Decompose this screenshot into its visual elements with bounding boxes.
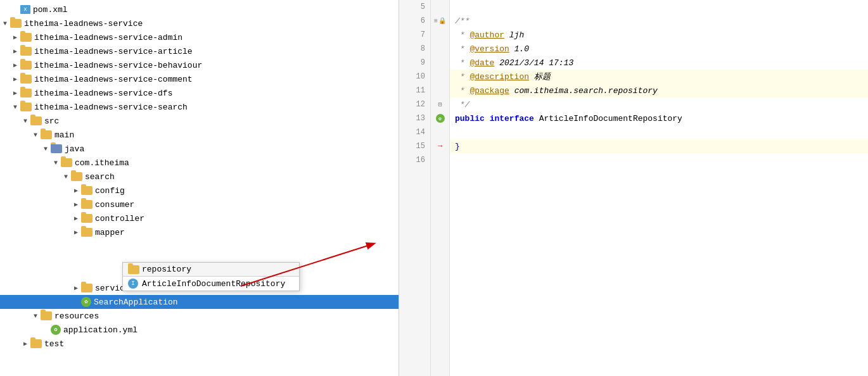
folder-icon <box>81 284 93 292</box>
code-line-14 <box>450 125 868 139</box>
folder-open-icon <box>20 103 32 111</box>
sidebar-item-label: itheima-leadnews-service-article <box>34 47 193 56</box>
folder-icon <box>81 200 93 209</box>
comment-prefix: * <box>455 44 469 54</box>
sidebar-item-main[interactable]: ▼ main <box>0 128 399 142</box>
gutter-6: ≡ 🔒 <box>431 14 449 28</box>
line-num-5: 5 <box>399 0 430 14</box>
sidebar-item-service-behaviour[interactable]: ▶ itheima-leadnews-service-behaviour <box>0 58 399 72</box>
sidebar-item-label: itheima-leadnews-service-comment <box>34 75 193 84</box>
sidebar-item-test[interactable]: ▶ test <box>0 337 399 351</box>
interface-keyword: interface <box>490 114 534 123</box>
sidebar-item-service-admin[interactable]: ▶ itheima-leadnews-service-admin <box>0 30 399 44</box>
sidebar-item-service-comment[interactable]: ▶ itheima-leadnews-service-comment <box>0 72 399 86</box>
folder-open-icon <box>30 116 42 125</box>
lock-icon: 🔒 <box>438 17 446 25</box>
gutter-7 <box>431 28 449 42</box>
gutter-5 <box>431 0 449 14</box>
sidebar-item-search-package[interactable]: ▼ search <box>0 170 399 184</box>
popup-header: repository <box>123 263 299 277</box>
package-tag: @package <box>469 86 509 96</box>
collapse-arrow-icon: ▼ <box>10 104 20 111</box>
expand-arrow-icon: ▶ <box>71 215 81 222</box>
author-tag: @author <box>469 30 504 40</box>
sidebar-item-label: test <box>44 339 64 349</box>
spring-boot-icon: ✿ <box>81 297 91 307</box>
popup-header-label: repository <box>142 265 191 274</box>
class-name: ArticleInfoDocumentRepository <box>539 114 682 123</box>
collapse-arrow-icon: ▼ <box>30 313 41 320</box>
sidebar-item-resources[interactable]: ▼ resources <box>0 309 399 323</box>
sidebar-item-service-dfs[interactable]: ▶ itheima-leadnews-service-dfs <box>0 86 399 100</box>
sidebar-item-leadnews-service[interactable]: ▼ itheima-leadnews-service <box>0 16 399 30</box>
sidebar-item-service-article[interactable]: ▶ itheima-leadnews-service-article <box>0 44 399 58</box>
spring-run-icon: ✿ <box>436 114 445 123</box>
sidebar-item-label: com.itheima <box>75 158 129 168</box>
sidebar-item-java[interactable]: ▼ java <box>0 142 399 156</box>
bookmark-icon: ≡ <box>434 18 438 25</box>
line-num-9: 9 <box>399 56 430 70</box>
code-line-11: * @package com.itheima.search.repository <box>450 84 868 97</box>
public-keyword: public <box>455 114 485 123</box>
expand-arrow-icon: ▶ <box>10 75 20 83</box>
code-line-6: /** <box>450 14 868 28</box>
sidebar-item-label: main <box>54 130 74 140</box>
expand-arrow-icon: ▶ <box>71 187 81 194</box>
gutter-15: → <box>431 139 449 153</box>
popup-item-label: ArticleInfoDocumentRepository <box>142 279 285 289</box>
sidebar-item-config[interactable]: ▶ config <box>0 184 399 197</box>
java-source-folder-icon <box>51 144 62 153</box>
line-num-13: 13 <box>399 111 430 125</box>
sidebar-item-com-itheima[interactable]: ▼ com.itheima <box>0 156 399 170</box>
expand-arrow-icon: ▶ <box>71 229 81 236</box>
expand-arrow-icon: ▶ <box>20 340 30 348</box>
line-num-10: 10 <box>399 70 430 84</box>
version-tag: @version <box>469 44 509 54</box>
code-line-15: } <box>450 139 868 153</box>
sidebar-item-label: controller <box>95 214 144 223</box>
sidebar-item-label: itheima-leadnews-service-dfs <box>34 89 172 98</box>
line-num-12: 12 <box>399 97 430 111</box>
sidebar-item-pom-xml[interactable]: x pom.xml <box>0 3 399 16</box>
sidebar-item-service-search[interactable]: ▼ itheima-leadnews-service-search <box>0 100 399 114</box>
sidebar-item-application-yml[interactable]: ✿ application.yml <box>0 323 399 337</box>
sidebar-item-consumer[interactable]: ▶ consumer <box>0 197 399 211</box>
sidebar-item-label: itheima-leadnews-service <box>24 19 143 28</box>
code-line-16 <box>450 153 868 167</box>
collapse-arrow-icon: ▼ <box>61 173 71 180</box>
date-tag: @date <box>469 58 494 68</box>
sidebar-item-src[interactable]: ▼ src <box>0 114 399 128</box>
folder-icon <box>20 89 32 97</box>
code-content: /** * @author ljh * @version 1.0 * @date… <box>450 0 868 376</box>
collapse-arrow-icon: ▼ <box>0 20 10 27</box>
yaml-spring-icon: ✿ <box>51 325 61 335</box>
folder-icon <box>81 186 93 195</box>
sidebar-item-controller[interactable]: ▶ controller <box>0 211 399 225</box>
code-line-7: * @author ljh <box>450 28 868 42</box>
popup-item-repository[interactable]: I ArticleInfoDocumentRepository <box>123 277 299 291</box>
folder-icon <box>20 47 32 56</box>
expand-arrow-icon: ▶ <box>10 34 20 41</box>
folder-open-icon <box>61 158 72 167</box>
sidebar-item-mapper[interactable]: ▶ mapper <box>0 225 399 239</box>
sidebar-item-label: resources <box>54 311 99 321</box>
popup-folder-icon <box>128 265 139 274</box>
folder-icon <box>81 214 93 223</box>
line-numbers: 5 6 7 8 9 10 11 12 13 14 15 16 <box>399 0 431 376</box>
sidebar-item-search-application[interactable]: ✿ SearchApplication <box>0 295 399 309</box>
file-tree[interactable]: x pom.xml ▼ itheima-leadnews-service ▶ i… <box>0 0 399 351</box>
code-line-8: * @version 1.0 <box>450 42 868 56</box>
sidebar-item-label: application.yml <box>63 325 137 335</box>
folder-open-icon <box>10 19 22 28</box>
space1 <box>485 114 490 123</box>
code-line-5 <box>450 0 868 14</box>
gutter-12: ⊟ <box>431 97 449 111</box>
line-num-15: 15 <box>399 139 430 153</box>
sidebar-item-label: pom.xml <box>33 5 68 15</box>
folder-icon <box>20 61 32 70</box>
description-value: 标题 <box>529 71 551 82</box>
author-value: ljh <box>504 30 524 40</box>
code-line-10: * @description 标题 <box>450 70 868 84</box>
repository-popup: repository I ArticleInfoDocumentReposito… <box>122 262 300 291</box>
xml-file-icon: x <box>20 5 30 14</box>
